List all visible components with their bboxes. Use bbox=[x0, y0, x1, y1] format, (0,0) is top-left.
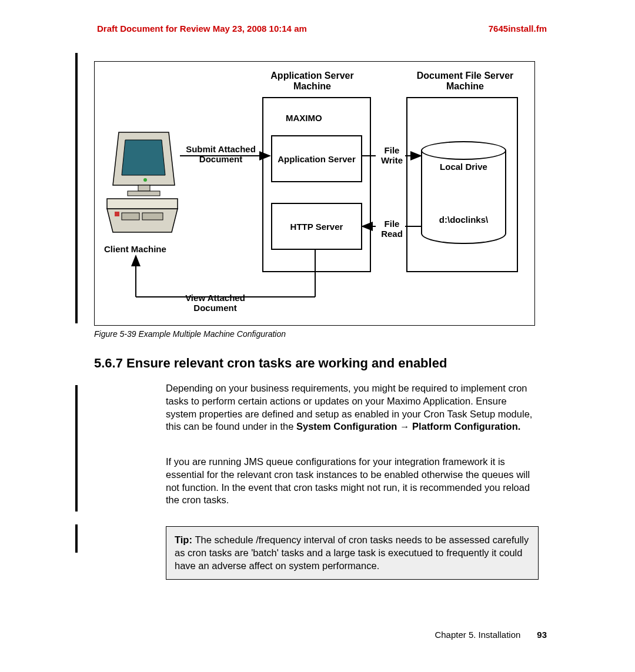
file-read-label: File Read bbox=[376, 219, 408, 239]
client-machine-label: Client Machine bbox=[104, 244, 166, 254]
doc-file-server-title: Document File Server Machine bbox=[409, 71, 521, 92]
local-drive-cylinder: Local Drive d:\doclinks\ bbox=[421, 141, 506, 244]
svg-rect-6 bbox=[115, 212, 119, 216]
svg-rect-7 bbox=[122, 213, 139, 220]
draft-header-right: 7645install.fm bbox=[489, 24, 547, 34]
para1-text-b: System Configuration bbox=[296, 421, 397, 432]
file-write-label: File Write bbox=[376, 146, 408, 165]
footer-chapter: Chapter 5. Installation bbox=[435, 630, 520, 640]
application-server-box: Application Server bbox=[271, 135, 362, 182]
svg-marker-5 bbox=[107, 199, 178, 209]
page-footer: Chapter 5. Installation 93 bbox=[97, 630, 547, 640]
page-header: Draft Document for Review May 23, 2008 1… bbox=[97, 24, 547, 34]
svg-rect-8 bbox=[142, 213, 163, 220]
figure-caption: Figure 5-39 Example Multiple Machine Con… bbox=[94, 329, 286, 339]
app-server-title: Application Server Machine bbox=[265, 71, 359, 92]
figure-diagram: Application Server Machine Document File… bbox=[94, 61, 535, 326]
svg-rect-3 bbox=[128, 191, 160, 196]
http-server-box: HTTP Server bbox=[271, 203, 362, 250]
tip-box: Tip: The schedule /frequency interval of… bbox=[166, 526, 539, 580]
footer-page-number: 93 bbox=[537, 630, 547, 640]
sidebar-rule-3 bbox=[75, 524, 78, 553]
submit-attached-label: Submit Attached Document bbox=[181, 144, 260, 164]
draft-header-left: Draft Document for Review May 23, 2008 1… bbox=[97, 24, 307, 34]
section-heading: 5.6.7 Ensure relevant cron tasks are wor… bbox=[94, 356, 447, 371]
sidebar-rule bbox=[75, 53, 78, 323]
maximo-label: MAXIMO bbox=[286, 113, 322, 123]
tip-label: Tip: bbox=[175, 534, 195, 545]
view-attached-label: View Attached Document bbox=[174, 293, 256, 313]
svg-marker-1 bbox=[122, 140, 165, 175]
client-computer-icon bbox=[104, 129, 181, 235]
para1-text-c: Platform Configuration. bbox=[412, 421, 520, 432]
sidebar-rule-2 bbox=[75, 385, 78, 511]
tip-text: The schedule /frequency interval of cron… bbox=[175, 534, 529, 571]
para1-arrow: → bbox=[397, 421, 412, 432]
doclinks-path-label: d:\doclinks\ bbox=[421, 215, 506, 225]
svg-point-9 bbox=[143, 178, 147, 182]
local-drive-label: Local Drive bbox=[421, 162, 506, 172]
paragraph-1: Depending on your business requirements,… bbox=[166, 382, 536, 433]
svg-rect-2 bbox=[138, 185, 150, 191]
page: Draft Document for Review May 23, 2008 1… bbox=[0, 0, 635, 672]
paragraph-2: If you are running JMS queue configurati… bbox=[166, 456, 536, 507]
